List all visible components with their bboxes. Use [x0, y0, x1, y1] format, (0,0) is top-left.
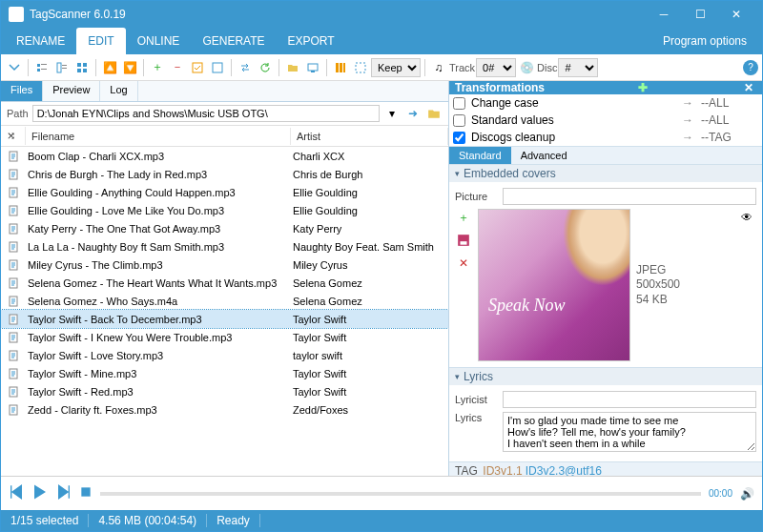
minimize-button[interactable]: ─	[646, 1, 682, 28]
disc-icon[interactable]: 💿	[517, 58, 536, 77]
program-options-link[interactable]: Program options	[651, 28, 758, 54]
cell-filename: Taylor Swift - Back To December.mp3	[26, 314, 291, 325]
stop-button[interactable]	[79, 485, 93, 501]
transform-row[interactable]: Discogs cleanup→--TAG	[449, 129, 762, 146]
file-icon	[1, 314, 26, 325]
menu-generate[interactable]: GENERATE	[191, 28, 276, 54]
transformations-title: Transformations	[455, 81, 545, 94]
keep-select[interactable]: Keep	[371, 58, 421, 77]
svg-rect-3	[41, 69, 47, 70]
titlebar: TagScanner 6.0.19 ─ ☐ ✕	[1, 1, 762, 28]
remove-icon[interactable]: －	[168, 58, 187, 77]
transformations-close-icon[interactable]: ✕	[741, 81, 756, 94]
cover-add-icon[interactable]: ＋	[455, 209, 472, 226]
chevron-down-icon: ▾	[455, 372, 460, 381]
table-row[interactable]: Taylor Swift - Love Story.mp3taylor swif…	[1, 346, 448, 364]
play-button[interactable]	[31, 483, 49, 503]
transform-checkbox[interactable]	[453, 97, 465, 110]
svg-rect-9	[77, 69, 81, 72]
col-shuffle[interactable]: ⤨	[1, 127, 26, 145]
picture-input[interactable]	[503, 188, 756, 205]
prev-button[interactable]	[9, 484, 24, 502]
player-bar: 00:00 🔊	[1, 476, 762, 510]
table-row[interactable]: Katy Perry - The One That Got Away.mp3Ka…	[1, 219, 448, 237]
table-row[interactable]: La La La - Naughty Boy ft Sam Smith.mp3N…	[1, 237, 448, 256]
table-row[interactable]: Selena Gomez - The Heart Wants What It W…	[1, 274, 448, 292]
table-row[interactable]: Zedd - Clarity ft. Foxes.mp3Zedd/Foxes	[1, 400, 448, 419]
list-toggle-a-icon[interactable]	[32, 58, 52, 77]
lyrics-textarea[interactable]	[503, 412, 756, 452]
status-size: 4.56 MB (00:04:54)	[89, 514, 207, 527]
table-row[interactable]: Boom Clap - Charli XCX.mp3Charli XCX	[1, 147, 448, 165]
col-filename[interactable]: Filename	[26, 128, 291, 145]
action-b-icon[interactable]	[208, 58, 227, 77]
table-row[interactable]: Taylor Swift - Mine.mp3Taylor Swift	[1, 364, 448, 382]
close-button[interactable]: ✕	[718, 1, 754, 28]
track-icon[interactable]: ♫	[429, 58, 448, 77]
dropdown-icon[interactable]	[5, 58, 24, 77]
transformations-add-icon[interactable]: ✚	[635, 81, 650, 94]
grid-icon[interactable]	[72, 58, 92, 77]
track-format-select[interactable]: 0#	[476, 58, 516, 77]
next-button[interactable]	[56, 484, 72, 502]
table-row[interactable]: Taylor Swift - Back To December.mp3Taylo…	[1, 310, 448, 328]
refresh-icon[interactable]	[256, 58, 275, 77]
file-list[interactable]: Boom Clap - Charli XCX.mp3Charli XCXChri…	[1, 147, 448, 476]
list-toggle-b-icon[interactable]	[52, 58, 72, 77]
menu-export[interactable]: EXPORT	[277, 28, 346, 54]
menu-rename[interactable]: RENAME	[5, 28, 76, 54]
col-artist[interactable]: Artist	[291, 128, 448, 145]
cover-image[interactable]	[478, 209, 630, 361]
lyricist-input[interactable]	[503, 391, 756, 408]
table-row[interactable]: Selena Gomez - Who Says.m4aSelena Gomez	[1, 292, 448, 310]
menu-edit[interactable]: EDIT	[76, 28, 125, 54]
screen-icon[interactable]	[303, 58, 322, 77]
transform-row[interactable]: Standard values→--ALL	[449, 112, 762, 129]
table-row[interactable]: Ellie Goulding - Love Me Like You Do.mp3…	[1, 201, 448, 219]
table-row[interactable]: Chris de Burgh - The Lady in Red.mp3Chri…	[1, 165, 448, 183]
cover-delete-icon[interactable]: ✕	[455, 255, 472, 272]
cell-artist: taylor swift	[291, 350, 448, 361]
volume-icon[interactable]: 🔊	[740, 487, 754, 501]
add-icon[interactable]: ＋	[148, 58, 167, 77]
help-icon[interactable]: ?	[743, 60, 758, 75]
sort-down-icon[interactable]: 🔽	[120, 58, 139, 77]
svg-rect-15	[336, 63, 339, 72]
maximize-button[interactable]: ☐	[682, 1, 718, 28]
transform-checkbox[interactable]	[453, 132, 465, 144]
tab-log[interactable]: Log	[100, 81, 137, 101]
cell-artist: Taylor Swift	[291, 332, 448, 343]
columns-icon[interactable]	[331, 58, 350, 77]
path-go-icon[interactable]: ➜	[404, 105, 422, 122]
lyrics-label: Lyrics	[455, 412, 497, 423]
tab-standard[interactable]: Standard	[449, 147, 511, 164]
swap-icon[interactable]	[236, 58, 255, 77]
cover-view-icon[interactable]: 👁	[741, 211, 753, 224]
tab-preview[interactable]: Preview	[43, 81, 100, 101]
transform-row[interactable]: Change case→--ALL	[449, 94, 762, 112]
cover-save-icon[interactable]	[455, 232, 472, 249]
path-dropdown-icon[interactable]: ▾	[383, 105, 401, 122]
transform-checkbox[interactable]	[453, 114, 465, 127]
lyrics-header[interactable]: ▾Lyrics	[449, 368, 762, 385]
disc-format-select[interactable]: #	[558, 58, 598, 77]
playback-track[interactable]	[100, 492, 701, 496]
tab-files[interactable]: Files	[1, 81, 43, 101]
tab-advanced[interactable]: Advanced	[511, 147, 577, 164]
menu-online[interactable]: ONLINE	[126, 28, 192, 54]
select-all-icon[interactable]	[351, 58, 370, 77]
path-browse-icon[interactable]	[425, 105, 443, 122]
path-input[interactable]	[32, 105, 380, 122]
sort-up-icon[interactable]: 🔼	[100, 58, 119, 77]
cell-filename: Selena Gomez - Who Says.m4a	[26, 296, 291, 307]
cell-artist: Ellie Goulding	[291, 205, 448, 216]
table-row[interactable]: Taylor Swift - Red.mp3Taylor Swift	[1, 382, 448, 400]
table-row[interactable]: Ellie Goulding - Anything Could Happen.m…	[1, 183, 448, 201]
action-a-icon[interactable]	[188, 58, 207, 77]
svg-rect-18	[356, 63, 365, 72]
table-row[interactable]: Taylor Swift - I Knew You Were Trouble.m…	[1, 328, 448, 346]
table-row[interactable]: Miley Cyrus - The Climb.mp3Miley Cyrus	[1, 256, 448, 274]
covers-header[interactable]: ▾Embedded covers	[449, 165, 762, 182]
folder-icon[interactable]	[283, 58, 302, 77]
svg-rect-17	[343, 63, 345, 72]
